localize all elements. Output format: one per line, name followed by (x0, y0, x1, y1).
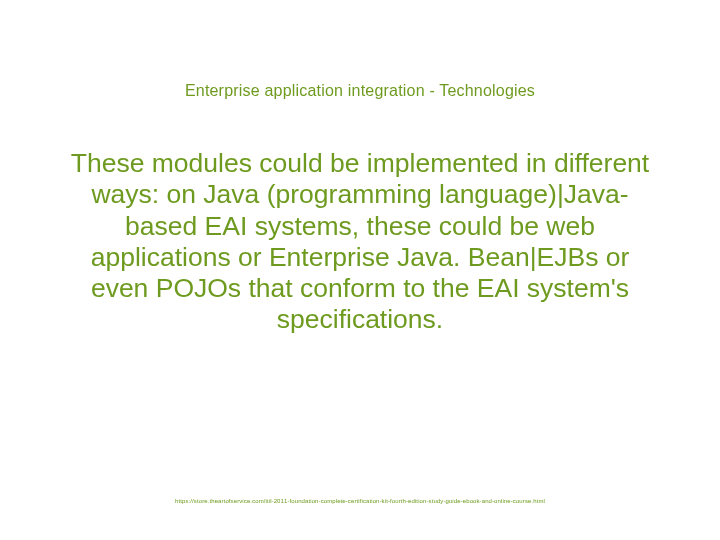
footer-url: https://store.theartofservice.com/itil-2… (0, 498, 720, 504)
slide-body: These modules could be implemented in di… (68, 148, 652, 336)
body-text: These modules could be implemented in di… (68, 148, 652, 336)
slide-title: Enterprise application integration - Tec… (0, 82, 720, 100)
slide: Enterprise application integration - Tec… (0, 0, 720, 540)
